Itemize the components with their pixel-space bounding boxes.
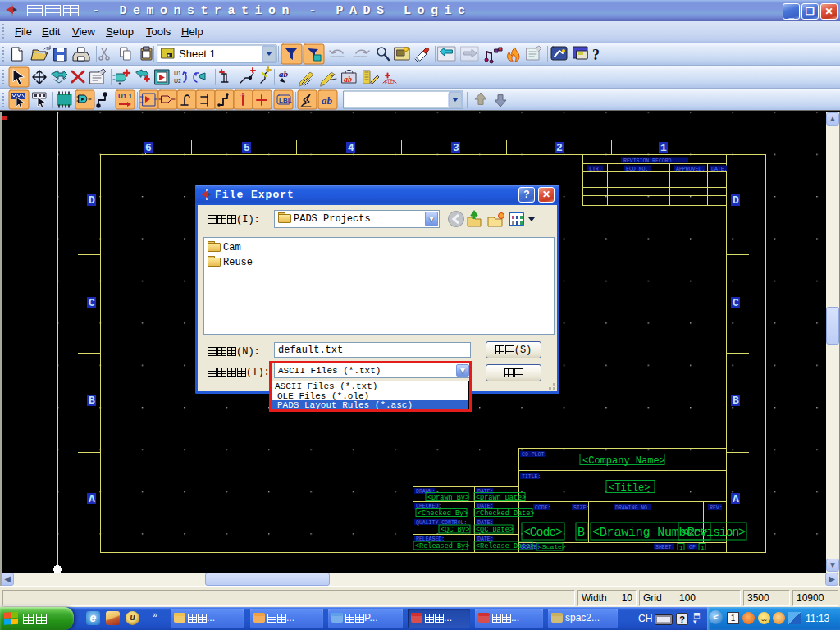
svg-text:?: ? — [592, 47, 600, 63]
svg-text:A: A — [733, 493, 739, 505]
svg-text:5: 5 — [244, 142, 250, 154]
svg-text:U1.1: U1.1 — [118, 93, 132, 100]
svg-text:CODE:: CODE: — [535, 505, 551, 511]
svg-text:C: C — [733, 297, 739, 309]
svg-text:APPROVED.: APPROVED. — [676, 167, 705, 172]
svg-text:<Company Name>: <Company Name> — [582, 455, 665, 467]
svg-text:1: 1 — [701, 544, 705, 551]
svg-text:C: C — [89, 297, 95, 309]
svg-text:TITLE:: TITLE: — [522, 474, 541, 480]
svg-text:DATE.: DATE. — [711, 167, 728, 172]
svg-text:ECO NO.: ECO NO. — [626, 167, 648, 172]
svg-text:OF: OF — [689, 545, 696, 550]
svg-text:<QC By>: <QC By> — [441, 526, 470, 534]
svg-text:A: A — [89, 493, 95, 505]
svg-text:U2: U2 — [174, 78, 181, 84]
svg-text:B: B — [578, 526, 585, 540]
svg-text:3: 3 — [453, 142, 459, 154]
svg-text:B: B — [733, 395, 739, 407]
svg-text:DRAWING NO.: DRAWING NO. — [615, 505, 651, 511]
svg-text:SHEET:: SHEET: — [655, 545, 674, 550]
svg-text:REV:: REV: — [710, 505, 723, 511]
svg-text:U1: U1 — [174, 71, 181, 76]
svg-text:<Released By>: <Released By> — [415, 542, 469, 550]
svg-text:1: 1 — [660, 142, 667, 154]
svg-text:<Code>: <Code> — [523, 526, 563, 540]
svg-text:1: 1 — [679, 544, 683, 551]
svg-text:<Drawn Date>: <Drawn Date> — [476, 494, 526, 502]
svg-text:<Drawn By>: <Drawn By> — [427, 494, 469, 502]
svg-text:<Revision>: <Revision> — [681, 526, 746, 540]
svg-text:REVISION RECORD: REVISION RECORD — [623, 158, 672, 164]
svg-text:<Checked Date>: <Checked Date> — [476, 509, 534, 518]
svg-text:<Scale>: <Scale> — [538, 543, 566, 550]
svg-text:2: 2 — [556, 142, 563, 154]
svg-text:SIZE:: SIZE: — [573, 505, 590, 511]
svg-text:D: D — [89, 194, 95, 207]
svg-text:D: D — [733, 194, 739, 207]
svg-text:<Checked By>: <Checked By> — [418, 509, 468, 518]
svg-text:FLD: FLD — [385, 80, 395, 84]
svg-text:6: 6 — [145, 142, 152, 154]
svg-text:ab: ab — [322, 94, 333, 107]
svg-text:ab: ab — [344, 75, 352, 84]
svg-text:LTR.: LTR. — [589, 167, 602, 172]
svg-text:<Title>: <Title> — [609, 482, 650, 494]
svg-text:4: 4 — [348, 142, 354, 154]
svg-text:LBL: LBL — [279, 97, 292, 104]
svg-text:<QC Date>: <QC Date> — [476, 526, 514, 534]
svg-text:ab: ab — [279, 69, 289, 79]
svg-text:<Release Date>: <Release Date> — [476, 542, 534, 550]
svg-text:Sheet 1: Sheet 1 — [179, 48, 216, 60]
svg-text:B: B — [89, 395, 95, 407]
svg-text:CO PLOT:: CO PLOT: — [522, 452, 547, 458]
